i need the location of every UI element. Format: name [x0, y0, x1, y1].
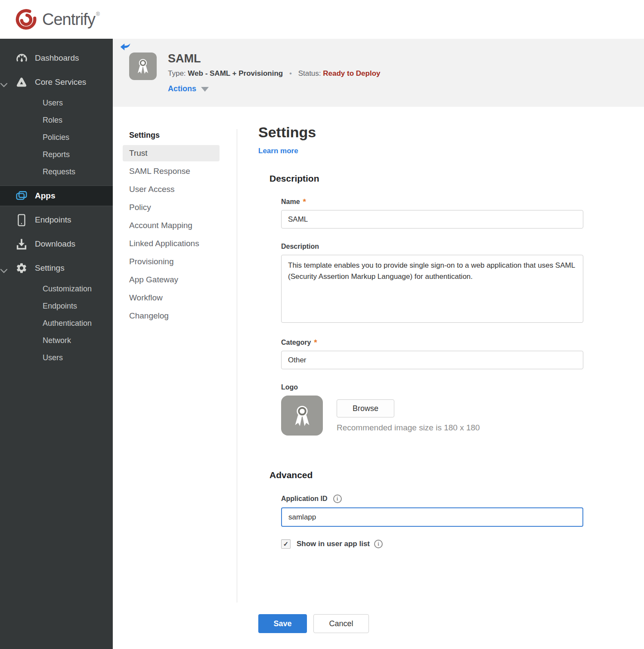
app-title: SAML: [168, 53, 380, 65]
dashboard-gauge-icon: [15, 53, 28, 64]
required-asterisk: *: [303, 198, 306, 205]
sidebar-item-customization[interactable]: Customization: [0, 280, 113, 297]
save-button[interactable]: Save: [258, 614, 307, 633]
sidebar-label-settings: Settings: [35, 263, 65, 273]
advanced-section: Advanced Application ID i ✓ Show in user…: [258, 470, 584, 549]
vertical-divider: [237, 129, 237, 603]
brand-name: Centrify: [42, 10, 95, 29]
logo-field-label: Logo: [281, 383, 583, 391]
separator-dot: •: [289, 69, 292, 77]
centrify-logo: Centrify ®: [15, 8, 100, 31]
app-header: SAML Type: Web - SAML + Provisioning • S…: [113, 39, 644, 107]
actions-label: Actions: [168, 84, 196, 93]
sidebar-item-users[interactable]: Users: [0, 94, 113, 111]
learn-more-link[interactable]: Learn more: [258, 147, 298, 155]
download-icon: [15, 238, 28, 250]
advanced-section-heading: Advanced: [269, 470, 584, 480]
sidebar-label-endpoints: Endpoints: [35, 215, 71, 225]
caret-down-icon: [201, 87, 209, 92]
name-input[interactable]: [281, 210, 583, 229]
award-ribbon-icon: [133, 57, 152, 76]
description-field-label: Description: [281, 243, 583, 250]
sidebar-item-authentication[interactable]: Authentication: [0, 315, 113, 332]
status-value: Ready to Deploy: [323, 69, 380, 77]
actions-dropdown[interactable]: Actions: [168, 84, 209, 93]
brand-registered-mark: ®: [96, 11, 100, 17]
app-subnav: Settings Trust SAML Response User Access…: [123, 107, 220, 649]
sidebar-item-endpoints[interactable]: Endpoints: [0, 208, 113, 232]
subnav-item-provisioning[interactable]: Provisioning: [123, 253, 220, 270]
sidebar-item-requests[interactable]: Requests: [0, 163, 113, 180]
subnav-item-policy[interactable]: Policy: [123, 199, 220, 216]
sidebar-item-downloads[interactable]: Downloads: [0, 232, 113, 256]
subnav-header: Settings: [123, 127, 220, 145]
gear-icon: [15, 262, 28, 274]
subnav-item-changelog[interactable]: Changelog: [123, 308, 220, 324]
sidebar-label-dashboards: Dashboards: [35, 53, 79, 63]
status-label: Status:: [298, 69, 321, 77]
type-label: Type:: [168, 69, 186, 77]
page-title: Settings: [258, 124, 584, 141]
sidebar-item-roles[interactable]: Roles: [0, 111, 113, 129]
category-field-label: Category *: [281, 339, 583, 346]
description-textarea[interactable]: This template enables you to provide sin…: [281, 255, 583, 323]
sidebar-label-core-services: Core Services: [35, 77, 86, 87]
back-button[interactable]: [120, 42, 132, 52]
sidebar-item-policies[interactable]: Policies: [0, 129, 113, 146]
sidebar-item-dashboards[interactable]: Dashboards: [0, 46, 113, 70]
chevron-down-icon: [0, 80, 7, 90]
show-in-user-app-list-row: ✓ Show in user app list i: [281, 539, 583, 549]
subnav-item-app-gateway[interactable]: App Gateway: [123, 272, 220, 288]
description-section: Description Name * Description This temp…: [258, 173, 584, 436]
subnav-item-trust[interactable]: Trust: [123, 145, 220, 161]
app-logo: [129, 53, 157, 80]
award-ribbon-icon: [289, 403, 316, 429]
subnav-item-user-access[interactable]: User Access: [123, 181, 220, 198]
show-in-user-app-list-checkbox[interactable]: ✓: [281, 539, 291, 549]
category-input[interactable]: [281, 351, 583, 369]
subnav-item-workflow[interactable]: Workflow: [123, 290, 220, 306]
chevron-down-icon: [0, 266, 7, 275]
core-services-icon: [15, 77, 28, 88]
logo-size-hint: Recommended image size is 180 x 180: [337, 423, 480, 433]
sidebar-item-reports[interactable]: Reports: [0, 146, 113, 163]
show-in-user-app-list-label: Show in user app list: [297, 540, 370, 548]
subnav-item-linked-applications[interactable]: Linked Applications: [123, 235, 220, 252]
name-field-label: Name *: [281, 198, 583, 206]
back-arrow-icon: [120, 42, 131, 52]
settings-form: Settings Learn more Description Name * D…: [258, 107, 584, 649]
centrify-swirl-icon: [15, 8, 38, 31]
info-icon[interactable]: i: [374, 540, 383, 548]
info-icon[interactable]: i: [333, 494, 342, 503]
form-footer: Save Cancel: [258, 614, 584, 633]
sidebar-label-apps: Apps: [35, 191, 56, 201]
application-id-input[interactable]: [281, 507, 583, 527]
mobile-device-icon: [15, 214, 28, 226]
sidebar-item-apps[interactable]: Apps: [0, 185, 113, 206]
apps-icon: [15, 191, 28, 201]
top-bar: Centrify ®: [0, 0, 644, 39]
sidebar-item-settings-users[interactable]: Users: [0, 349, 113, 366]
browse-button[interactable]: Browse: [337, 399, 394, 417]
sidebar-item-settings-endpoints[interactable]: Endpoints: [0, 297, 113, 315]
description-section-heading: Description: [269, 173, 584, 184]
checkmark-icon: ✓: [283, 540, 289, 548]
sidebar: Dashboards Core Services Users Roles Pol…: [0, 39, 113, 649]
subnav-item-account-mapping[interactable]: Account Mapping: [123, 217, 220, 234]
type-value: Web - SAML + Provisioning: [188, 69, 283, 77]
required-asterisk: *: [314, 339, 317, 346]
sidebar-item-settings[interactable]: Settings: [0, 256, 113, 280]
app-type-status-line: Type: Web - SAML + Provisioning • Status…: [168, 69, 380, 78]
main-area: SAML Type: Web - SAML + Provisioning • S…: [113, 39, 644, 649]
application-id-label: Application ID i: [281, 494, 583, 503]
sidebar-label-downloads: Downloads: [35, 239, 75, 249]
app-logo-preview: [281, 396, 323, 436]
sidebar-item-network[interactable]: Network: [0, 332, 113, 349]
content-area: Settings Trust SAML Response User Access…: [113, 107, 644, 649]
sidebar-item-core-services[interactable]: Core Services: [0, 70, 113, 94]
subnav-item-saml-response[interactable]: SAML Response: [123, 163, 220, 179]
cancel-button[interactable]: Cancel: [313, 614, 369, 633]
